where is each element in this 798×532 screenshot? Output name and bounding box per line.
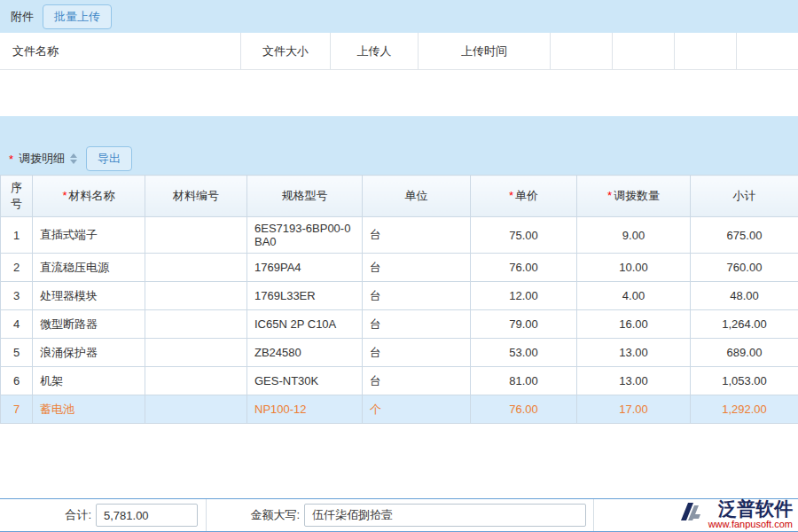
total-value-input[interactable]: 5,781.00 [96, 504, 198, 527]
table-row[interactable]: 6 机架 GES-NT30K 台 81.00 13.00 1,053.00 [1, 367, 798, 395]
cell-material-name: 机架 [33, 367, 145, 395]
cell-transfer-qty: 13.00 [577, 367, 691, 395]
cell-spec-model: IC65N 2P C10A [247, 310, 363, 339]
sort-icon[interactable] [70, 153, 77, 164]
col-upload-time: 上传时间 [419, 33, 551, 69]
cell-material-code [145, 254, 247, 282]
cell-unit-price: 12.00 [471, 282, 577, 310]
cell-material-code [145, 282, 247, 310]
cell-unit-price: 75.00 [471, 217, 577, 254]
cell-material-name: 微型断路器 [33, 310, 145, 339]
table-row[interactable]: 4 微型断路器 IC65N 2P C10A 台 79.00 16.00 1,26… [1, 310, 798, 339]
cell-material-code [145, 395, 247, 424]
col-material-name: *材料名称 [33, 176, 145, 217]
cell-unit: 台 [363, 310, 471, 339]
cell-subtotal: 675.00 [691, 217, 798, 254]
cell-spec-model: GES-NT30K [247, 367, 363, 395]
attachments-table-header: 文件名称 文件大小 上传人 上传时间 [0, 33, 798, 70]
cell-transfer-qty: 16.00 [577, 310, 691, 339]
cell-unit: 台 [363, 339, 471, 367]
cell-material-name: 直流稳压电源 [33, 254, 145, 282]
cell-subtotal: 48.00 [691, 282, 798, 310]
cell-unit: 台 [363, 282, 471, 310]
table-row[interactable]: 5 浪涌保护器 ZB24580 台 53.00 13.00 689.00 [1, 339, 798, 367]
required-asterisk: * [62, 189, 66, 202]
vendor-watermark: 泛普软件 www.fanpusoft.com [677, 499, 793, 529]
transfer-detail-title: 调拨明细 [19, 151, 65, 167]
cell-material-code [145, 367, 247, 395]
cell-seq: 2 [1, 254, 33, 282]
cell-transfer-qty: 9.00 [577, 217, 691, 254]
cell-seq: 6 [1, 367, 33, 395]
col-transfer-qty: *调拨数量 [577, 176, 691, 217]
cell-transfer-qty: 13.00 [577, 339, 691, 367]
total-label: 合计: [0, 507, 96, 523]
col-file-size: 文件大小 [241, 33, 331, 69]
amount-words-group: 金额大写: 伍仟柒佰捌拾壹 [207, 499, 594, 531]
export-button[interactable]: 导出 [86, 146, 132, 171]
cell-subtotal: 760.00 [691, 254, 798, 282]
table-row[interactable]: 1 直插式端子 6ES7193-6BP00-0BA0 台 75.00 9.00 … [1, 217, 798, 254]
cell-spec-model: NP100-12 [247, 395, 363, 424]
batch-upload-button[interactable]: 批量上传 [43, 4, 112, 29]
required-asterisk: * [607, 189, 612, 202]
cell-spec-model: 6ES7193-6BP00-0BA0 [247, 217, 363, 254]
col-unit-price: *单价 [471, 176, 577, 217]
table-row[interactable]: 2 直流稳压电源 1769PA4 台 76.00 10.00 760.00 [1, 254, 798, 282]
col-empty-2 [613, 33, 675, 69]
watermark-brand: 泛普软件 [718, 499, 793, 519]
col-empty-1 [551, 33, 613, 69]
cell-material-name: 浪涌保护器 [33, 339, 145, 367]
cell-subtotal: 1,292.00 [691, 395, 798, 424]
attachments-toolbar: 附件 批量上传 [0, 0, 798, 33]
cell-material-name: 处理器模块 [33, 282, 145, 310]
col-empty-3 [675, 33, 737, 69]
cell-spec-model: ZB24580 [247, 339, 363, 367]
col-seq: 序号 [1, 176, 33, 217]
cell-subtotal: 1,053.00 [691, 367, 798, 395]
required-asterisk: * [509, 189, 513, 202]
cell-unit: 个 [363, 395, 471, 424]
detail-table-body: 1 直插式端子 6ES7193-6BP00-0BA0 台 75.00 9.00 … [1, 217, 798, 424]
cell-material-code [145, 339, 247, 367]
cell-spec-model: 1769PA4 [247, 254, 363, 282]
cell-material-code [145, 217, 247, 254]
cell-unit: 台 [363, 254, 471, 282]
cell-subtotal: 1,264.00 [691, 310, 798, 339]
col-unit: 单位 [363, 176, 471, 217]
cell-seq: 4 [1, 310, 33, 339]
cell-unit-price: 81.00 [471, 367, 577, 395]
cell-transfer-qty: 10.00 [577, 254, 691, 282]
cell-seq: 5 [1, 339, 33, 367]
total-group: 合计: 5,781.00 [0, 499, 207, 531]
section-gap [0, 116, 798, 143]
cell-unit-price: 76.00 [471, 254, 577, 282]
col-material-code: 材料编号 [145, 176, 247, 217]
cell-seq: 3 [1, 282, 33, 310]
table-row[interactable]: 3 处理器模块 1769L33ER 台 12.00 4.00 48.00 [1, 282, 798, 310]
detail-table-header-row: 序号 *材料名称 材料编号 规格型号 单位 *单价 *调拨数量 小计 [1, 176, 798, 217]
required-asterisk: * [9, 153, 13, 166]
col-spec-model: 规格型号 [247, 176, 363, 217]
transfer-detail-table: 序号 *材料名称 材料编号 规格型号 单位 *单价 *调拨数量 小计 1 直插式… [0, 175, 798, 424]
panel-spacer [0, 424, 798, 498]
cell-seq: 1 [1, 217, 33, 254]
col-empty-4 [737, 33, 798, 69]
cell-transfer-qty: 17.00 [577, 395, 691, 424]
watermark-url: www.fanpusoft.com [708, 519, 793, 529]
cell-material-code [145, 310, 247, 339]
fanpu-logo-icon [677, 499, 704, 528]
cell-material-name: 蓄电池 [33, 395, 145, 424]
attachments-table: 文件名称 文件大小 上传人 上传时间 [0, 33, 798, 116]
cell-subtotal: 689.00 [691, 339, 798, 367]
col-file-name: 文件名称 [0, 33, 241, 69]
cell-unit-price: 76.00 [471, 395, 577, 424]
amount-words-input[interactable]: 伍仟柒佰捌拾壹 [304, 504, 586, 527]
table-row[interactable]: 7 蓄电池 NP100-12 个 76.00 17.00 1,292.00 [1, 395, 798, 424]
transfer-detail-panel: 序号 *材料名称 材料编号 规格型号 单位 *单价 *调拨数量 小计 1 直插式… [0, 175, 798, 532]
cell-seq: 7 [1, 395, 33, 424]
amount-words-label: 金额大写: [207, 507, 304, 523]
transfer-detail-bar: * 调拨明细 导出 [0, 143, 798, 175]
cell-transfer-qty: 4.00 [577, 282, 691, 310]
cell-unit: 台 [363, 367, 471, 395]
